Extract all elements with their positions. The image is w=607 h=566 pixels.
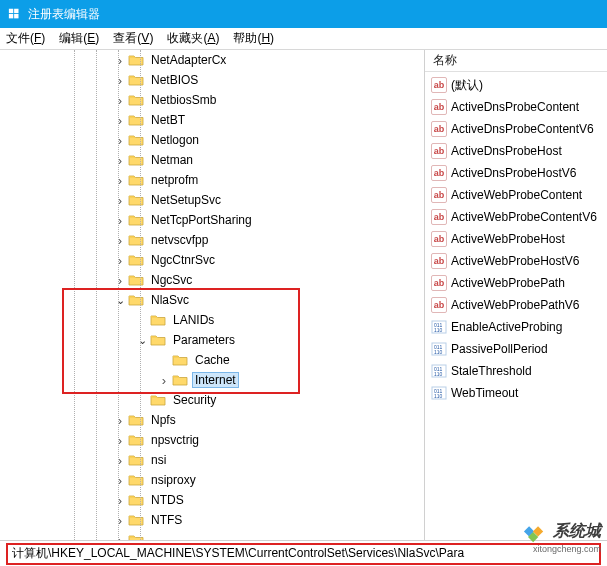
chevron-right-icon[interactable]	[112, 193, 128, 208]
folder-icon	[128, 493, 144, 507]
chevron-right-icon[interactable]	[112, 73, 128, 88]
tree-item-label[interactable]: NgcCtnrSvc	[148, 252, 218, 268]
tree-item-label[interactable]: netprofm	[148, 172, 201, 188]
tree-item-label[interactable]: Netlogon	[148, 132, 202, 148]
tree-item-label[interactable]: Security	[170, 392, 219, 408]
tree-item[interactable]: netprofm	[0, 170, 424, 190]
reg-string-icon: ab	[431, 143, 447, 159]
tree-item[interactable]: Npfs	[0, 410, 424, 430]
tree-item[interactable]: NetbiosSmb	[0, 90, 424, 110]
value-row[interactable]: abActiveDnsProbeHost	[425, 140, 607, 162]
value-row[interactable]: 011110StaleThreshold	[425, 360, 607, 382]
tree-item[interactable]: Netlogon	[0, 130, 424, 150]
menu-fav[interactable]: 收藏夹(A)	[167, 30, 219, 47]
tree-item-label[interactable]: nsiproxy	[148, 472, 199, 488]
value-row[interactable]: abActiveDnsProbeContent	[425, 96, 607, 118]
tree-item[interactable]: NTFS	[0, 510, 424, 530]
tree-item-label[interactable]: Netman	[148, 152, 196, 168]
chevron-right-icon[interactable]	[112, 233, 128, 248]
tree-item-label[interactable]: Parameters	[170, 332, 238, 348]
menu-edit[interactable]: 编辑(E)	[59, 30, 99, 47]
tree-item[interactable]: npsvctrig	[0, 430, 424, 450]
value-row[interactable]: abActiveWebProbeHostV6	[425, 250, 607, 272]
tree-item-label[interactable]: netvscvfpp	[148, 232, 211, 248]
chevron-right-icon[interactable]	[112, 153, 128, 168]
chevron-right-icon[interactable]	[112, 413, 128, 428]
value-row[interactable]: abActiveWebProbeHost	[425, 228, 607, 250]
menu-help[interactable]: 帮助(H)	[233, 30, 274, 47]
tree-item-label[interactable]: Npfs	[148, 412, 179, 428]
tree-pane[interactable]: NetAdapterCxNetBIOSNetbiosSmbNetBTNetlog…	[0, 50, 425, 540]
chevron-down-icon[interactable]	[112, 294, 128, 307]
chevron-right-icon[interactable]	[112, 493, 128, 508]
menu-file[interactable]: 文件(F)	[6, 30, 45, 47]
tree-item-label[interactable]: NetTcpPortSharing	[148, 212, 255, 228]
tree-item[interactable]: Cache	[0, 350, 424, 370]
tree-item[interactable]: NetAdapterCx	[0, 50, 424, 70]
chevron-right-icon[interactable]	[112, 533, 128, 541]
chevron-right-icon[interactable]	[112, 53, 128, 68]
tree-item[interactable]	[0, 530, 424, 540]
chevron-right-icon[interactable]	[112, 133, 128, 148]
tree-item-label[interactable]: NTFS	[148, 512, 185, 528]
reg-string-icon: ab	[431, 187, 447, 203]
chevron-right-icon[interactable]	[112, 253, 128, 268]
svg-text:110: 110	[434, 393, 443, 399]
tree-item-label[interactable]: nsi	[148, 452, 169, 468]
tree-item[interactable]: NlaSvc	[0, 290, 424, 310]
tree-item-label[interactable]: NetbiosSmb	[148, 92, 219, 108]
chevron-right-icon[interactable]	[112, 273, 128, 288]
value-row[interactable]: ab(默认)	[425, 74, 607, 96]
tree-item[interactable]: Security	[0, 390, 424, 410]
value-row[interactable]: 011110EnableActiveProbing	[425, 316, 607, 338]
tree-item[interactable]: Netman	[0, 150, 424, 170]
tree-item-label[interactable]: Cache	[192, 352, 233, 368]
chevron-right-icon[interactable]	[112, 453, 128, 468]
tree-item-label[interactable]: Internet	[192, 372, 239, 388]
tree-item[interactable]: netvscvfpp	[0, 230, 424, 250]
tree-item[interactable]: Parameters	[0, 330, 424, 350]
tree-item-label[interactable]: NetBIOS	[148, 72, 201, 88]
tree-item[interactable]: NgcCtnrSvc	[0, 250, 424, 270]
tree-item[interactable]: nsi	[0, 450, 424, 470]
value-row[interactable]: 011110PassivePollPeriod	[425, 338, 607, 360]
tree-item[interactable]: NgcSvc	[0, 270, 424, 290]
chevron-right-icon[interactable]	[112, 113, 128, 128]
tree-item-label[interactable]: NlaSvc	[148, 292, 192, 308]
tree-item-label[interactable]: NetBT	[148, 112, 188, 128]
tree-item[interactable]: NetTcpPortSharing	[0, 210, 424, 230]
chevron-right-icon[interactable]	[112, 173, 128, 188]
tree-item[interactable]: NetBT	[0, 110, 424, 130]
chevron-right-icon[interactable]	[112, 513, 128, 528]
chevron-right-icon[interactable]	[112, 473, 128, 488]
tree-item-label[interactable]: NetAdapterCx	[148, 52, 229, 68]
value-row[interactable]: abActiveWebProbePathV6	[425, 294, 607, 316]
column-header-name[interactable]: 名称	[425, 50, 607, 72]
menu-view[interactable]: 查看(V)	[113, 30, 153, 47]
value-row[interactable]: abActiveWebProbePath	[425, 272, 607, 294]
folder-icon	[128, 193, 144, 207]
tree-item[interactable]: Internet	[0, 370, 424, 390]
value-row[interactable]: 011110WebTimeout	[425, 382, 607, 404]
chevron-right-icon[interactable]	[112, 93, 128, 108]
value-row[interactable]: abActiveWebProbeContent	[425, 184, 607, 206]
chevron-right-icon[interactable]	[156, 373, 172, 388]
tree-item[interactable]: LANIDs	[0, 310, 424, 330]
chevron-down-icon[interactable]	[134, 334, 150, 347]
chevron-right-icon[interactable]	[112, 213, 128, 228]
value-row[interactable]: abActiveWebProbeContentV6	[425, 206, 607, 228]
tree-item[interactable]: NTDS	[0, 490, 424, 510]
chevron-right-icon[interactable]	[112, 433, 128, 448]
tree-item-label[interactable]: npsvctrig	[148, 432, 202, 448]
tree-item-label[interactable]: NTDS	[148, 492, 187, 508]
value-row[interactable]: abActiveDnsProbeHostV6	[425, 162, 607, 184]
tree-item[interactable]: NetSetupSvc	[0, 190, 424, 210]
value-row[interactable]: abActiveDnsProbeContentV6	[425, 118, 607, 140]
tree-item[interactable]: NetBIOS	[0, 70, 424, 90]
tree-item[interactable]: nsiproxy	[0, 470, 424, 490]
values-pane[interactable]: 名称 ab(默认)abActiveDnsProbeContentabActive…	[425, 50, 607, 540]
tree-item-label[interactable]: NetSetupSvc	[148, 192, 224, 208]
tree-item-label[interactable]: LANIDs	[170, 312, 217, 328]
value-name: ActiveDnsProbeHostV6	[451, 166, 576, 180]
tree-item-label[interactable]: NgcSvc	[148, 272, 195, 288]
